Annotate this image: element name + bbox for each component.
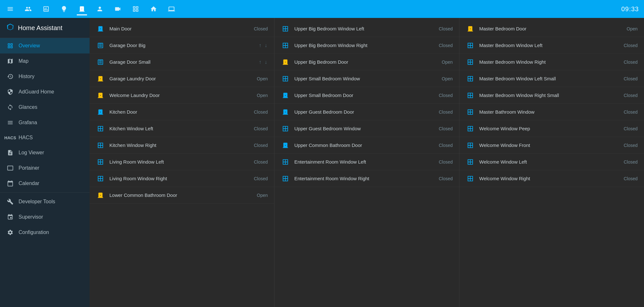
- sidebar-item-hacs[interactable]: HACS HACS: [0, 130, 90, 145]
- door-tab-icon[interactable]: [77, 4, 87, 14]
- entity-row[interactable]: Upper Common Bathroom DoorClosed: [274, 137, 459, 154]
- sidebar-item-logviewer[interactable]: Log Viewer: [0, 145, 90, 160]
- window-icon: [466, 158, 475, 166]
- entity-status: Closed: [624, 143, 638, 148]
- entity-row[interactable]: Living Room Window RightClosed: [90, 170, 274, 187]
- window-icon: [281, 158, 290, 166]
- entity-status: Closed: [624, 76, 638, 81]
- entity-row[interactable]: Entertainment Room Window RightClosed: [274, 170, 459, 187]
- entity-row[interactable]: Upper Guest Bedroom DoorClosed: [274, 104, 459, 120]
- open-arrow-icon[interactable]: ↑: [258, 42, 262, 49]
- camera-icon[interactable]: [113, 4, 123, 14]
- sidebar-item-label: Configuration: [19, 230, 49, 235]
- entity-row[interactable]: Master Bedroom Window RightClosed: [459, 54, 644, 70]
- entity-row[interactable]: Welcome Window FrontClosed: [459, 137, 644, 154]
- entity-row[interactable]: Garage Door Small ↑ ↓: [90, 54, 274, 70]
- light-icon[interactable]: [59, 4, 69, 14]
- entity-row[interactable]: Welcome Laundry DoorOpen: [90, 87, 274, 104]
- clock: 09:33: [621, 5, 639, 13]
- entity-name: Welcome Window Peep: [479, 126, 619, 131]
- entity-name: Upper Small Bedroom Window: [294, 76, 437, 81]
- entity-row[interactable]: Entertainment Room Window LeftClosed: [274, 154, 459, 170]
- glances-icon: [6, 104, 14, 110]
- entity-status: Closed: [254, 126, 268, 131]
- sidebar-item-adguard[interactable]: AdGuard Home: [0, 84, 90, 100]
- entity-status: Closed: [439, 176, 453, 181]
- entity-row[interactable]: Master Bedroom DoorOpen: [459, 20, 644, 37]
- door-icon: [96, 25, 105, 32]
- entity-name: Garage Door Small: [109, 59, 254, 65]
- sidebar-item-grafana[interactable]: Grafana: [0, 115, 90, 130]
- entity-status: Open: [442, 60, 453, 65]
- entity-name: Welcome Window Left: [479, 159, 619, 165]
- window-icon: [466, 42, 475, 49]
- sidebar-item-map[interactable]: Map: [0, 53, 90, 69]
- people-icon[interactable]: [23, 4, 33, 14]
- entity-status: Closed: [624, 60, 638, 65]
- entity-row[interactable]: Master Bathroom WindowClosed: [459, 104, 644, 120]
- entity-status: Closed: [439, 43, 453, 48]
- entity-row[interactable]: Welcome Window PeepClosed: [459, 120, 644, 137]
- window-icon: [466, 142, 475, 149]
- entity-name: Living Room Window Left: [109, 159, 249, 165]
- entity-row[interactable]: Welcome Window LeftClosed: [459, 154, 644, 170]
- close-arrow-icon[interactable]: ↓: [264, 42, 268, 49]
- entity-name: Welcome Window Right: [479, 176, 619, 181]
- sidebar-item-supervisor[interactable]: Supervisor: [0, 209, 90, 225]
- topbar: 09:33: [0, 0, 644, 18]
- entity-status: Closed: [439, 26, 453, 31]
- entity-row[interactable]: Main DoorClosed: [90, 20, 274, 37]
- window-icon: [466, 59, 475, 66]
- entity-row[interactable]: Upper Big Bedroom Window RightClosed: [274, 37, 459, 54]
- entity-row[interactable]: Upper Small Bedroom WindowOpen: [274, 70, 459, 87]
- entity-row[interactable]: Master Bedroom Window Left SmallClosed: [459, 70, 644, 87]
- sidebar-item-configuration[interactable]: Configuration: [0, 225, 90, 240]
- sidebar-item-portainer[interactable]: Portainer: [0, 160, 90, 176]
- radiator-icon[interactable]: [41, 4, 51, 14]
- entity-status: Closed: [624, 126, 638, 131]
- monitor-icon[interactable]: [166, 4, 177, 14]
- entity-name: Living Room Window Right: [109, 176, 249, 181]
- sidebar-item-label: Log Viewer: [19, 150, 44, 156]
- open-arrow-icon[interactable]: ↑: [258, 59, 262, 66]
- window-icon: [96, 142, 105, 149]
- entity-row[interactable]: Upper Guest Bedroom WindowClosed: [274, 120, 459, 137]
- entity-name: Entertainment Room Window Left: [294, 159, 434, 165]
- close-arrow-icon[interactable]: ↓: [264, 59, 268, 66]
- entity-row[interactable]: Upper Big Bedroom Window LeftClosed: [274, 20, 459, 37]
- history-icon: [6, 73, 14, 80]
- entity-row[interactable]: Garage Door Big ↑ ↓: [90, 37, 274, 54]
- menu-icon[interactable]: [5, 4, 15, 14]
- sidebar-item-devtools[interactable]: Developer Tools: [0, 194, 90, 209]
- sidebar-item-calendar[interactable]: Calendar: [0, 176, 90, 191]
- home-icon[interactable]: [148, 4, 159, 14]
- entity-row[interactable]: Kitchen Window LeftClosed: [90, 120, 274, 137]
- entity-row[interactable]: Lower Common Bathroom DoorOpen: [90, 187, 274, 204]
- entity-row[interactable]: Master Bedroom Window LeftClosed: [459, 37, 644, 54]
- entity-name: Upper Big Bedroom Door: [294, 59, 437, 65]
- map-icon: [6, 58, 14, 64]
- entity-name: Entertainment Room Window Right: [294, 176, 434, 181]
- entity-row[interactable]: Upper Small Bedroom DoorClosed: [274, 87, 459, 104]
- entity-name: Upper Common Bathroom Door: [294, 142, 434, 148]
- main-layout: Home Assistant Overview Map History: [0, 18, 644, 307]
- entity-row[interactable]: Welcome Window RightClosed: [459, 170, 644, 187]
- entity-status: Closed: [439, 93, 453, 98]
- sidebar-item-history[interactable]: History: [0, 69, 90, 84]
- entity-row[interactable]: Kitchen Window RightClosed: [90, 137, 274, 154]
- entity-row[interactable]: Master Bedroom Window Right SmallClosed: [459, 87, 644, 104]
- sidebar-item-glances[interactable]: Glances: [0, 100, 90, 115]
- portainer-icon: [6, 165, 14, 171]
- entity-name: Kitchen Window Right: [109, 142, 249, 148]
- calendar-icon: [6, 180, 14, 187]
- sidebar-item-overview[interactable]: Overview: [0, 38, 90, 53]
- entity-name: Master Bedroom Window Left: [479, 43, 619, 48]
- entity-row[interactable]: Living Room Window LeftClosed: [90, 154, 274, 170]
- entity-row[interactable]: Kitchen DoorClosed: [90, 104, 274, 120]
- entity-name: Garage Door Big: [109, 43, 254, 48]
- entity-row[interactable]: Upper Big Bedroom DoorOpen: [274, 54, 459, 70]
- grid-view-icon[interactable]: [131, 4, 141, 14]
- entity-row[interactable]: Garage Laundry DoorOpen: [90, 70, 274, 87]
- person-detect-icon[interactable]: [95, 4, 105, 14]
- door-icon: [281, 142, 290, 149]
